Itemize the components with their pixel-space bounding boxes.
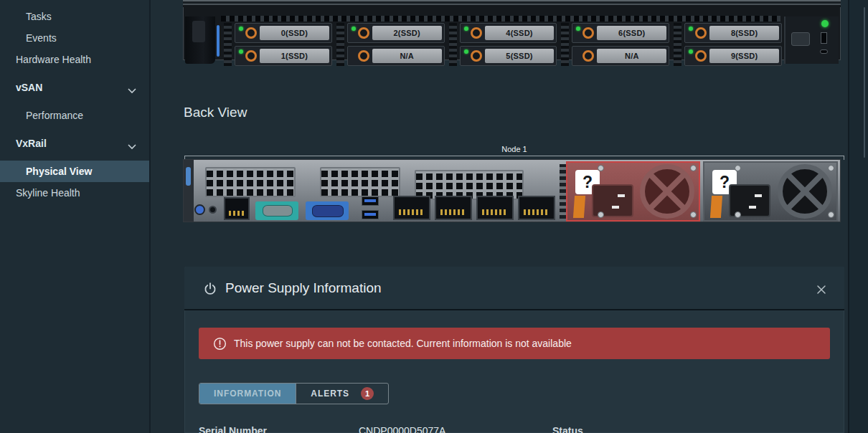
sidebar-item-label: VxRail [16, 138, 47, 149]
tab-label: INFORMATION [214, 389, 281, 399]
drive-bay-1[interactable]: 1(SSD) [235, 46, 332, 66]
drive-bay-label: 1(SSD) [260, 49, 329, 63]
round-port-icon [209, 206, 217, 214]
vga-port-icon [791, 32, 810, 46]
sidebar-nav: Tasks Events Hardware Health vSAN Perfor… [0, 0, 151, 433]
drive-latch-icon [245, 50, 257, 62]
drive-bay-8[interactable]: 8(SSD) [684, 23, 782, 43]
sidebar-item-vxrail[interactable]: VxRail [0, 133, 149, 154]
sidebar-item-performance[interactable]: Performance [0, 105, 149, 126]
usbc-port-icon [820, 49, 828, 54]
panel-title: Power Supply Information [225, 280, 382, 296]
drive-led-icon [576, 27, 580, 31]
bay-separator [561, 23, 569, 66]
drive-led-icon [464, 49, 468, 54]
back-view-heading: Back View [184, 105, 247, 120]
bay-separator [224, 23, 232, 66]
drive-led-icon [239, 49, 243, 54]
panel-header: Power Supply Information [184, 267, 844, 310]
drive-bay-label: 4(SSD) [485, 26, 555, 40]
node-label: Node 1 [184, 145, 844, 153]
psu-latch-tab [710, 196, 722, 218]
drive-bay-column: 0(SSD) 1(SSD) [224, 23, 332, 66]
nic-port-icon [435, 196, 472, 220]
vent-grid [205, 167, 296, 197]
usb-port-icon [362, 210, 379, 219]
bay-separator [674, 23, 681, 66]
sidebar-item-label: Skyline Health [16, 187, 80, 199]
chassis-body: 0(SSD) 1(SSD) [183, 7, 841, 60]
scrollbar-thumb[interactable] [864, 7, 865, 158]
psu-latch-tab [573, 196, 585, 218]
chassis-latch [186, 167, 191, 186]
physical-view-page: Tasks Events Hardware Health vSAN Perfor… [0, 0, 868, 433]
drive-latch-icon [358, 50, 369, 62]
drive-bay-label: 8(SSD) [709, 26, 779, 40]
drive-bay-label: N/A [372, 49, 442, 63]
serial-number-value: CNDP0000D5077A [359, 425, 445, 433]
sidebar-item-skyline-health[interactable]: Skyline Health [0, 182, 149, 204]
serial-number-label: Serial Number [199, 425, 267, 433]
bay-separator [449, 23, 457, 66]
drive-bay-3[interactable]: N/A [347, 46, 445, 66]
error-message: This power supply can not be contacted. … [234, 338, 572, 349]
drive-bay-column: 4(SSD) 5(SSD) [449, 23, 557, 66]
drive-led-icon [239, 27, 243, 31]
sidebar-item-label: Performance [26, 110, 83, 121]
tab-information[interactable]: INFORMATION [199, 384, 296, 404]
chassis-left-ear [184, 160, 194, 222]
front-control-panel [784, 16, 839, 64]
vent-grid [320, 167, 400, 197]
drive-bay-5[interactable]: 5(SSD) [460, 46, 557, 66]
id-button-icon [194, 204, 205, 215]
drive-bay-label: 5(SSD) [485, 49, 555, 63]
error-icon [213, 337, 227, 351]
drive-bay-label: 0(SSD) [260, 26, 329, 40]
server-front-view: 0(SSD) 1(SSD) [183, 0, 841, 63]
sidebar-item-hardware-health[interactable]: Hardware Health [0, 49, 149, 70]
power-led-icon [821, 20, 829, 27]
sidebar-item-tasks[interactable]: Tasks [0, 6, 149, 27]
drive-bay-2[interactable]: 2(SSD) [347, 23, 445, 43]
sidebar-item-label: Events [26, 32, 57, 44]
drive-bay-0[interactable]: 0(SSD) [235, 23, 332, 43]
drive-led-icon [689, 49, 693, 54]
drive-latch-icon [471, 27, 482, 39]
close-icon[interactable] [814, 282, 829, 297]
vga-port-icon [306, 201, 349, 220]
sidebar-item-physical-view[interactable]: Physical View [0, 161, 149, 182]
psu-2[interactable]: ? [703, 161, 838, 222]
sidebar-item-label: Physical View [26, 166, 92, 177]
usb-port-icon [821, 32, 827, 44]
psu-1-faulted[interactable]: ? [566, 161, 700, 222]
drive-bay-9[interactable]: 9(SSD) [684, 46, 782, 66]
nic-port-icon [476, 196, 514, 220]
scrollbar-track [848, 0, 868, 433]
tab-alerts[interactable]: ALERTS 1 [296, 384, 388, 404]
drive-bay-7[interactable]: N/A [572, 46, 669, 66]
usb-port-icon [362, 196, 379, 206]
drive-bay-label: 9(SSD) [709, 49, 779, 63]
drive-latch-icon [358, 27, 369, 39]
drive-latch-icon [245, 27, 257, 39]
tab-label: ALERTS [311, 389, 349, 399]
sidebar-item-label: Hardware Health [16, 54, 91, 65]
drive-latch-icon [582, 27, 594, 39]
psu-fan-icon [778, 164, 832, 219]
drive-bay-column: 8(SSD) 9(SSD) [674, 23, 782, 66]
sidebar-item-events[interactable]: Events [0, 27, 149, 49]
drive-bay-4[interactable]: 4(SSD) [460, 23, 557, 43]
drive-led-icon [352, 27, 356, 31]
alert-count-badge: 1 [361, 387, 374, 400]
drive-bay-label: 2(SSD) [372, 26, 442, 40]
drive-bay-column: 2(SSD) N/A [336, 23, 445, 66]
psu-fan-icon [640, 164, 694, 219]
drive-led-icon [464, 27, 468, 31]
panel-tabs: INFORMATION ALERTS 1 [199, 383, 389, 404]
drive-bay-6[interactable]: 6(SSD) [572, 23, 669, 43]
drive-latch-icon [695, 27, 707, 39]
status-led-bar [217, 25, 220, 57]
sidebar-item-label: Tasks [26, 11, 52, 22]
sidebar-item-vsan[interactable]: vSAN [0, 77, 149, 98]
drive-latch-icon [695, 50, 707, 62]
